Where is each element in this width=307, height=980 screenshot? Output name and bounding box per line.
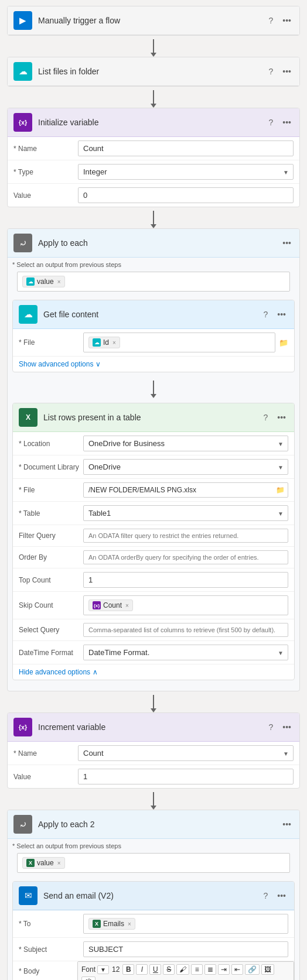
apply-each2-step: ⤾ Apply to each 2 ••• * Select an output… — [7, 810, 300, 980]
init-var-value-input[interactable] — [78, 187, 294, 203]
trigger-header: ▶ Manually trigger a flow ? ••• — [8, 6, 299, 35]
list-rows-icon: X — [19, 408, 37, 427]
list-rows-skip-label: Skip Count — [19, 601, 83, 609]
list-rows-doclibrary-select[interactable]: OneDrive — [83, 459, 288, 475]
image-btn[interactable]: 🖼 — [261, 964, 274, 975]
get-file-header: ☁ Get file content ? ••• — [13, 300, 294, 329]
list-files-header: ☁ List files in folder ? ••• — [8, 57, 299, 86]
paint-btn[interactable]: 🖌 — [176, 964, 189, 975]
list-files-icon: ☁ — [13, 62, 32, 81]
body-toolbar: Font ▼ 12 B I U S 🖌 ≡ ≣ ⇥ ⇤ 🔗 🖼 — [78, 962, 294, 980]
list-files-help-btn[interactable]: ? — [266, 66, 275, 77]
trigger-more-btn[interactable]: ••• — [280, 15, 294, 26]
apply-each2-select-label: * Select an output from previous steps — [12, 842, 295, 849]
apply-each-tag-icon: ☁ — [26, 277, 35, 286]
increment-title: Increment variable — [38, 722, 266, 732]
ol-btn[interactable]: ≡ — [191, 964, 203, 975]
skip-count-tag-close[interactable]: × — [125, 602, 129, 609]
list-files-more-btn[interactable]: ••• — [280, 66, 294, 77]
list-rows-datetime-select[interactable]: DateTime Format. — [83, 645, 288, 660]
arrow-1 — [153, 39, 154, 53]
outdent-btn[interactable]: ⇤ — [231, 964, 243, 975]
list-rows-select-input[interactable] — [83, 623, 288, 637]
list-rows-more-btn[interactable]: ••• — [275, 412, 288, 423]
list-files-title: List files in folder — [38, 67, 266, 76]
font-label: Font — [81, 965, 95, 974]
emails-tag-close[interactable]: × — [128, 921, 131, 927]
send-email-to-input[interactable]: X Emails × — [83, 914, 288, 934]
trigger-help-btn[interactable]: ? — [266, 15, 275, 26]
apply-each-more-btn[interactable]: ••• — [280, 237, 294, 249]
loop-bottom-pad — [8, 685, 299, 691]
apply-each-value-tag: ☁ value × — [22, 276, 65, 287]
send-email-subject-input[interactable] — [83, 941, 288, 957]
get-file-help-btn[interactable]: ? — [261, 309, 270, 320]
send-email-more-btn[interactable]: ••• — [275, 890, 288, 902]
get-file-id-tag: ☁ Id × — [88, 337, 120, 348]
inner-connector-1 — [8, 377, 299, 398]
trigger-title: Manually trigger a flow — [38, 16, 266, 25]
list-rows-hide-advanced[interactable]: Hide advanced options ∧ — [13, 664, 294, 680]
list-rows-location-select[interactable]: OneDrive for Business — [83, 436, 288, 451]
get-file-file-input[interactable]: ☁ Id × — [83, 333, 275, 352]
increment-value-input[interactable] — [78, 769, 294, 784]
increment-name-select[interactable]: Count — [78, 745, 294, 761]
apply-each2-tag-label: value — [37, 859, 54, 867]
list-rows-file-browse-icon[interactable]: 📁 — [276, 486, 285, 494]
italic-btn[interactable]: I — [136, 964, 148, 975]
ul-btn[interactable]: ≣ — [204, 964, 216, 975]
font-dropdown-btn[interactable]: ▼ — [97, 965, 109, 974]
bold-btn[interactable]: B — [122, 964, 134, 975]
list-files-step: ☁ List files in folder ? ••• — [7, 57, 300, 87]
emails-tag-icon: X — [93, 920, 101, 928]
code-btn[interactable]: </> — [81, 976, 95, 980]
skip-count-tag-icon: {x} — [93, 601, 101, 609]
list-rows-table-select[interactable]: Table1 — [83, 505, 288, 521]
increment-help-btn[interactable]: ? — [266, 721, 275, 733]
skip-count-tag-label: Count — [103, 601, 122, 609]
list-rows-help-btn[interactable]: ? — [261, 412, 270, 423]
list-rows-hide-label: Hide advanced options — [19, 668, 90, 676]
get-file-id-close[interactable]: × — [112, 340, 116, 346]
get-file-advanced-chevron: ∨ — [95, 360, 101, 368]
apply-each-select-area: * Select an output from previous steps ☁… — [8, 258, 299, 295]
link-btn[interactable]: 🔗 — [245, 964, 260, 975]
init-var-type-label: * Type — [13, 168, 78, 176]
list-rows-title: List rows present in a table — [43, 413, 261, 422]
apply-each-tag-close[interactable]: × — [57, 279, 61, 285]
connector-5 — [7, 789, 300, 810]
list-rows-order-input[interactable] — [83, 550, 288, 564]
trigger-icon: ▶ — [13, 11, 32, 30]
list-rows-filter-input[interactable] — [83, 529, 288, 543]
list-rows-header: X List rows present in a table ? ••• — [13, 403, 294, 432]
apply-each2-more-btn[interactable]: ••• — [280, 818, 294, 830]
init-var-value-row: Value — [8, 184, 299, 207]
get-file-browse-icon[interactable]: 📁 — [279, 338, 288, 347]
init-var-type-select[interactable]: Integer — [78, 164, 294, 180]
get-file-more-btn[interactable]: ••• — [275, 309, 288, 320]
get-file-advanced-toggle[interactable]: Show advanced options ∨ — [13, 357, 294, 372]
list-rows-top-input[interactable] — [83, 572, 288, 588]
init-var-name-input[interactable] — [78, 141, 294, 156]
strikethrough-btn[interactable]: S — [163, 964, 175, 975]
list-rows-skip-input[interactable]: {x} Count × — [83, 595, 288, 615]
underline-btn[interactable]: U — [149, 964, 161, 975]
send-email-body-label: * Body — [13, 961, 77, 980]
increment-step: {x} Increment variable ? ••• * Name Coun… — [7, 712, 300, 789]
indent-btn[interactable]: ⇥ — [218, 964, 230, 975]
arrow-5 — [153, 792, 154, 806]
init-var-more-btn[interactable]: ••• — [280, 116, 294, 128]
increment-more-btn[interactable]: ••• — [280, 721, 294, 733]
list-rows-file-input[interactable] — [83, 482, 288, 498]
init-var-help-btn[interactable]: ? — [266, 116, 275, 128]
apply-each2-output-bar: X value × — [17, 853, 290, 873]
send-email-to-label: * To — [19, 920, 83, 928]
send-email-help-btn[interactable]: ? — [261, 890, 270, 902]
list-rows-step: X List rows present in a table ? ••• * L… — [12, 403, 295, 680]
list-rows-skip-row: Skip Count {x} Count × — [13, 592, 294, 619]
list-rows-filter-label: Filter Query — [19, 532, 83, 540]
apply-each2-tag-close[interactable]: × — [57, 860, 61, 866]
font-size-label: 12 — [111, 965, 121, 974]
init-var-value-label: Value — [13, 191, 78, 200]
send-email-header: ✉ Send an email (V2) ? ••• — [13, 882, 294, 910]
